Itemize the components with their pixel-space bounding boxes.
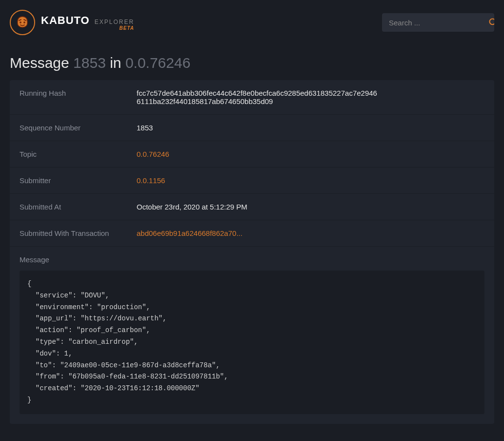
svg-point-2 xyxy=(490,19,495,25)
row-submitter: Submitter 0.0.1156 xyxy=(10,168,494,194)
row-topic: Topic 0.0.76246 xyxy=(10,141,494,168)
title-topic-id: 0.0.76246 xyxy=(125,55,190,71)
label-transaction: Submitted With Transaction xyxy=(20,229,137,237)
svg-point-1 xyxy=(23,21,25,23)
svg-point-0 xyxy=(20,21,21,23)
search-box xyxy=(382,13,494,32)
row-submitted-at: Submitted At October 23rd, 2020 at 5:12:… xyxy=(10,194,494,220)
label-topic: Topic xyxy=(20,150,137,158)
search-button[interactable] xyxy=(488,13,494,32)
explorer-label: EXPLORER xyxy=(95,19,134,25)
value-sequence-number: 1853 xyxy=(137,124,153,132)
details-card: Running Hash fcc7c57de641abb306fec44c642… xyxy=(10,80,494,424)
value-running-hash: fcc7c57de641abb306fec44c642f8e0becfca6c9… xyxy=(137,89,381,105)
label-submitter: Submitter xyxy=(20,176,137,185)
value-submitted-at: October 23rd, 2020 at 5:12:29 PM xyxy=(137,203,247,211)
label-running-hash: Running Hash xyxy=(20,89,137,97)
brand-name: KABUTO xyxy=(41,14,90,27)
row-running-hash: Running Hash fcc7c57de641abb306fec44c642… xyxy=(10,80,494,115)
row-sequence-number: Sequence Number 1853 xyxy=(10,115,494,141)
search-icon xyxy=(488,18,494,27)
title-in: in xyxy=(110,55,121,71)
label-sequence-number: Sequence Number xyxy=(20,124,137,132)
logo[interactable]: KABUTO EXPLORER BETA xyxy=(10,10,134,35)
search-input[interactable] xyxy=(382,19,488,27)
beta-badge: BETA xyxy=(120,25,134,31)
logo-text: KABUTO EXPLORER BETA xyxy=(41,14,134,31)
message-section: Message { "service": "DOVU", "environmen… xyxy=(10,247,494,424)
brand-suffix: EXPLORER BETA xyxy=(95,19,134,31)
title-message-id: 1853 xyxy=(73,55,106,71)
value-topic-link[interactable]: 0.0.76246 xyxy=(137,150,169,158)
value-submitter-link[interactable]: 0.0.1156 xyxy=(137,176,165,185)
label-message: Message xyxy=(20,255,484,264)
label-submitted-at: Submitted At xyxy=(20,203,137,211)
message-content: { "service": "DOVU", "environment": "pro… xyxy=(20,271,484,414)
header: KABUTO EXPLORER BETA xyxy=(0,0,504,45)
kabuto-logo-icon xyxy=(10,10,35,35)
value-transaction-link[interactable]: abd06e69b91a624668f862a70... xyxy=(137,229,242,237)
title-prefix: Message xyxy=(10,55,69,71)
page-title: Message 1853 in 0.0.76246 xyxy=(0,45,504,80)
row-transaction: Submitted With Transaction abd06e69b91a6… xyxy=(10,220,494,247)
